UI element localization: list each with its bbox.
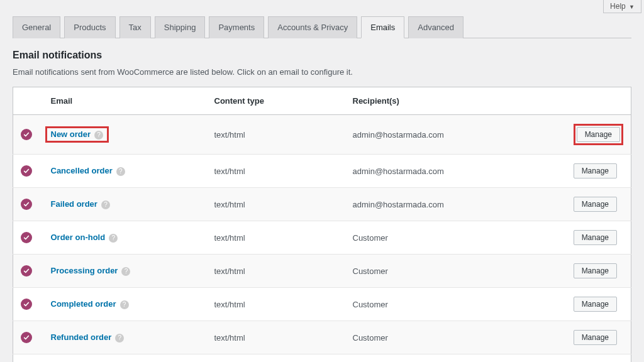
tab-shipping[interactable]: Shipping (155, 16, 206, 38)
tab-emails[interactable]: Emails (361, 16, 404, 38)
col-recipients: Recipient(s) (345, 87, 566, 115)
help-tip-icon[interactable]: ? (115, 334, 124, 343)
content-type: text/html (207, 115, 345, 155)
manage-button[interactable]: Manage (577, 127, 620, 142)
help-tip-icon[interactable]: ? (121, 267, 130, 276)
tab-advanced[interactable]: Advanced (408, 16, 464, 38)
manage-button[interactable]: Manage (574, 297, 617, 312)
tab-tax[interactable]: Tax (119, 16, 151, 38)
table-row: Refunded order?text/htmlCustomerManage (13, 321, 631, 354)
table-row: Customer invoice / Order details?text/ht… (13, 354, 631, 363)
chevron-down-icon: ▼ (629, 4, 635, 10)
col-action (566, 87, 631, 115)
content-type: text/html (207, 288, 345, 321)
tab-payments[interactable]: Payments (209, 16, 264, 38)
email-name-link[interactable]: New order (51, 129, 91, 139)
recipients: Customer (345, 288, 566, 321)
email-name-link[interactable]: Failed order (51, 199, 97, 209)
status-enabled-icon (21, 332, 32, 343)
help-tip-icon[interactable]: ? (101, 200, 110, 209)
manage-button[interactable]: Manage (574, 263, 617, 278)
table-row: Order on-hold?text/htmlCustomerManage (13, 221, 631, 255)
highlight-email-name: New order? (45, 126, 109, 143)
manage-button[interactable]: Manage (574, 330, 617, 345)
help-tip-icon[interactable]: ? (109, 234, 118, 243)
status-enabled-icon (21, 129, 32, 140)
content-type: text/html (207, 255, 345, 288)
status-enabled-icon (21, 232, 32, 243)
status-enabled-icon (21, 299, 32, 310)
email-name-link[interactable]: Order on-hold (51, 233, 106, 242)
settings-tabs: GeneralProductsTaxShippingPaymentsAccoun… (13, 16, 631, 38)
recipients: admin@hostarmada.com (345, 155, 566, 188)
manage-button[interactable]: Manage (574, 197, 617, 212)
manage-button[interactable]: Manage (574, 230, 617, 245)
help-tab[interactable]: Help ▼ (603, 0, 641, 13)
email-name-link[interactable]: Processing order (51, 266, 118, 275)
col-content-type: Content type (207, 87, 345, 115)
help-tip-icon[interactable]: ? (120, 300, 129, 309)
table-row: Cancelled order?text/htmladmin@hostarmad… (13, 155, 631, 188)
content-type: text/html (207, 155, 345, 188)
content-type: text/html (207, 321, 345, 354)
recipients: Customer (345, 321, 566, 354)
table-row: Completed order?text/htmlCustomerManage (13, 288, 631, 321)
table-row: Failed order?text/htmladmin@hostarmada.c… (13, 188, 631, 221)
content-type: text/html (207, 354, 345, 363)
tab-general[interactable]: General (13, 16, 60, 38)
recipients: Customer (345, 221, 566, 255)
section-title: Email notifications (13, 50, 631, 61)
emails-table: Email Content type Recipient(s) New orde… (13, 87, 631, 362)
email-name-link[interactable]: Refunded order (51, 332, 112, 342)
help-label: Help (610, 2, 626, 11)
table-row: New order?text/htmladmin@hostarmada.comM… (13, 115, 631, 155)
status-enabled-icon (21, 265, 32, 277)
tab-products[interactable]: Products (64, 16, 115, 38)
help-tip-icon[interactable]: ? (94, 131, 103, 140)
highlight-manage-button: Manage (574, 124, 623, 145)
help-tip-icon[interactable]: ? (116, 167, 125, 176)
table-row: Processing order?text/htmlCustomerManage (13, 255, 631, 288)
content-type: text/html (207, 221, 345, 255)
recipients: admin@hostarmada.com (345, 115, 566, 155)
col-email: Email (43, 87, 207, 115)
status-enabled-icon (21, 165, 32, 177)
status-enabled-icon (21, 199, 32, 210)
recipients: admin@hostarmada.com (345, 188, 566, 221)
manage-button[interactable]: Manage (574, 163, 617, 178)
col-status (13, 87, 43, 115)
email-name-link[interactable]: Cancelled order (51, 166, 113, 175)
email-name-link[interactable]: Completed order (51, 299, 116, 309)
recipients: Customer (345, 255, 566, 288)
recipients: Customer (345, 354, 566, 363)
content-type: text/html (207, 188, 345, 221)
tab-accounts-privacy[interactable]: Accounts & Privacy (268, 16, 357, 38)
section-description: Email notifications sent from WooCommerc… (13, 67, 631, 77)
